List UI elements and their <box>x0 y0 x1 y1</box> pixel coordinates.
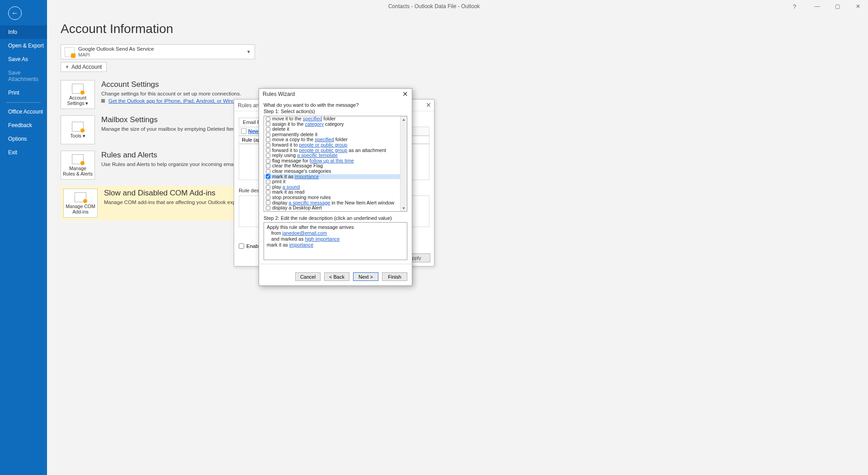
action-checkbox[interactable] <box>266 195 270 200</box>
action-link[interactable]: people or public group <box>299 142 347 147</box>
wizard-description-box: Apply this rule after the message arrive… <box>264 222 407 260</box>
scroll-down-icon[interactable]: ▼ <box>401 205 407 211</box>
wizard-action-row[interactable]: display a Desktop Alert <box>264 205 407 211</box>
action-checkbox[interactable] <box>266 148 270 152</box>
minimize-button[interactable]: — <box>807 0 827 13</box>
wizard-cancel-button[interactable]: Cancel <box>295 272 321 281</box>
action-link[interactable]: importance <box>295 174 319 179</box>
sidebar-item-feedback[interactable]: Feedback <box>0 119 47 132</box>
importance-condition-link[interactable]: high importance <box>305 236 340 242</box>
action-checkbox[interactable] <box>266 164 270 168</box>
enable-rss-checkbox[interactable] <box>239 243 244 249</box>
action-link[interactable]: a specific message <box>289 200 330 205</box>
wizard-action-row[interactable]: mark it as importance <box>264 174 407 180</box>
rules-wizard-dialog: Rules Wizard ✕ What do you want to do wi… <box>259 88 412 286</box>
action-checkbox[interactable] <box>266 185 270 190</box>
rules-alerts-close-icon[interactable]: ✕ <box>426 101 431 109</box>
sidebar-item-options[interactable]: Options <box>0 132 47 146</box>
account-selector[interactable]: Google Outlook Send As Service MAPI ▼ <box>61 44 255 59</box>
com-addins-icon <box>75 192 86 202</box>
action-checkbox[interactable] <box>266 153 270 158</box>
window-title: Contacts - Outlook Data File - Outlook <box>388 3 480 10</box>
manage-com-addins-tile[interactable]: Manage COM Add-ins <box>63 189 98 218</box>
action-checkbox[interactable] <box>266 206 270 210</box>
action-checkbox[interactable] <box>266 143 270 147</box>
manage-rules-tile[interactable]: Manage Rules & Alerts <box>61 151 95 180</box>
add-account-button[interactable]: + Add Account <box>61 62 107 72</box>
action-checkbox[interactable] <box>266 127 270 132</box>
wizard-step2-label: Step 2: Edit the rule description (click… <box>264 215 407 221</box>
action-checkbox[interactable] <box>266 174 270 179</box>
account-name: Google Outlook Send As Service <box>78 46 246 52</box>
tools-icon <box>72 122 84 132</box>
backstage-sidebar: ← Info Open & Export Save As Save Attach… <box>0 0 47 475</box>
plus-icon: + <box>66 64 69 70</box>
action-link[interactable]: a sound <box>283 184 300 190</box>
from-address-link[interactable]: janedoe@email.com <box>283 230 327 236</box>
sidebar-item-exit[interactable]: Exit <box>0 146 47 159</box>
wizard-step1-label: Step 1: Select action(s) <box>264 109 407 114</box>
action-checkbox[interactable] <box>266 122 270 126</box>
rules-icon <box>72 154 84 164</box>
wizard-action-row[interactable]: move it to the specified folder <box>264 116 407 122</box>
wizard-next-button[interactable]: Next > <box>353 272 378 281</box>
help-button[interactable]: ? <box>784 0 805 13</box>
action-checkbox[interactable] <box>266 200 270 205</box>
action-link[interactable]: follow up at this time <box>310 158 354 163</box>
maximize-button[interactable]: ▢ <box>827 0 848 13</box>
account-protocol: MAPI <box>78 52 246 58</box>
sidebar-item-print[interactable]: Print <box>0 86 47 100</box>
scrollbar[interactable]: ▲ ▼ <box>400 116 407 211</box>
wizard-action-row[interactable]: stop processing more rules <box>264 195 407 200</box>
action-checkbox[interactable] <box>266 190 270 195</box>
action-checkbox[interactable] <box>266 169 270 174</box>
close-button[interactable]: ✕ <box>848 0 868 13</box>
account-settings-icon <box>72 84 84 94</box>
main-content: Account Information Google Outlook Send … <box>47 13 868 475</box>
back-button[interactable]: ← <box>8 6 22 20</box>
page-title: Account Information <box>61 22 854 36</box>
account-settings-tile[interactable]: Account Settings ▾ <box>61 80 95 109</box>
account-settings-heading: Account Settings <box>101 80 269 89</box>
sidebar-divider <box>6 102 41 103</box>
action-checkbox[interactable] <box>266 180 270 184</box>
bullet-icon <box>101 99 105 103</box>
wizard-prompt: What do you want to do with the message? <box>264 102 407 108</box>
action-link[interactable]: people or public group <box>299 147 347 153</box>
wizard-action-list: move it to the specified folderassign it… <box>264 116 407 212</box>
wizard-finish-button[interactable]: Finish <box>382 272 407 281</box>
new-rule-icon <box>241 128 246 134</box>
action-link[interactable]: specified <box>303 116 322 121</box>
chevron-down-icon: ▼ <box>246 49 251 54</box>
action-link[interactable]: specified <box>315 137 334 142</box>
sidebar-item-office-account[interactable]: Office Account <box>0 105 47 119</box>
action-checkbox[interactable] <box>266 159 270 163</box>
action-checkbox[interactable] <box>266 138 270 142</box>
wizard-close-icon[interactable]: ✕ <box>402 90 408 98</box>
account-settings-text: Change settings for this account or set … <box>101 91 269 96</box>
com-addins-text: Manage COM add-ins that are affecting yo… <box>104 200 254 205</box>
tools-tile[interactable]: Tools ▾ <box>61 115 95 144</box>
action-link[interactable]: category <box>305 121 324 127</box>
sidebar-item-save-attachments: Save Attachments <box>0 66 47 86</box>
wizard-action-row[interactable]: clear message's categories <box>264 169 407 174</box>
importance-action-link[interactable]: importance <box>289 242 313 247</box>
sidebar-item-open-export[interactable]: Open & Export <box>0 39 47 52</box>
account-icon <box>65 47 75 57</box>
action-checkbox[interactable] <box>266 117 270 121</box>
action-link[interactable]: a specific template <box>297 152 337 158</box>
sidebar-item-info[interactable]: Info <box>0 25 47 39</box>
action-checkbox[interactable] <box>266 133 270 137</box>
titlebar: Contacts - Outlook Data File - Outlook ?… <box>0 0 868 13</box>
wizard-title: Rules Wizard <box>263 91 295 97</box>
scroll-up-icon[interactable]: ▲ <box>401 116 407 123</box>
com-addins-heading: Slow and Disabled COM Add-ins <box>104 189 254 198</box>
wizard-back-button[interactable]: < Back <box>324 272 349 281</box>
sidebar-item-save-as[interactable]: Save As <box>0 52 47 66</box>
